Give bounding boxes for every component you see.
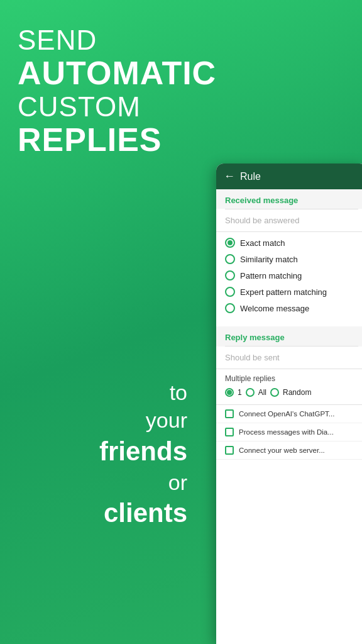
radio-circle-1 [225, 254, 235, 264]
mr-radio-circle-1[interactable] [246, 388, 255, 397]
radio-item-0[interactable]: Exact match [216, 235, 362, 251]
radio-circle-3 [225, 287, 235, 297]
hero-replies: REPLIES [18, 122, 200, 158]
reply-section-label: Reply message [216, 326, 362, 346]
radio-label-4: Welcome message [240, 304, 309, 313]
checkbox-label-1: Process messages with Dia... [239, 428, 334, 436]
checkbox-section: Connect OpenAI's ChatGPT...Process messa… [216, 404, 362, 460]
radio-label-1: Similarity match [240, 255, 298, 264]
checkbox-box-2 [225, 446, 234, 455]
checkbox-item-1[interactable]: Process messages with Dia... [216, 423, 362, 441]
app-container: SEND AUTOMATIC CUSTOM REPLIES to your fr… [0, 0, 362, 644]
hero-text: SEND AUTOMATIC CUSTOM REPLIES [18, 25, 200, 158]
radio-item-1[interactable]: Similarity match [216, 251, 362, 267]
checkbox-box-0 [225, 409, 234, 418]
radio-label-0: Exact match [240, 238, 285, 248]
mr-radio-label-0: 1 [238, 388, 242, 397]
checkbox-item-0[interactable]: Connect OpenAI's ChatGPT... [216, 405, 362, 423]
bottom-clients: clients [18, 496, 187, 531]
radio-item-4[interactable]: Welcome message [216, 300, 362, 316]
bottom-or: or [18, 469, 187, 496]
bottom-to: to your [18, 379, 187, 434]
mr-radio-circle-2[interactable] [270, 388, 279, 397]
mr-radio-label-2: Random [283, 388, 311, 397]
topbar-title: Rule [240, 171, 261, 182]
received-section-label: Received message [216, 189, 362, 209]
radio-item-3[interactable]: Expert pattern matching [216, 284, 362, 300]
checkbox-label-0: Connect OpenAI's ChatGPT... [239, 410, 334, 418]
radio-label-2: Pattern matching [240, 271, 302, 280]
back-button[interactable]: ← [224, 170, 235, 183]
reply-input[interactable]: Should be sent [216, 347, 362, 369]
mr-radio-circle-0[interactable] [225, 388, 234, 397]
multiple-replies-options: 1AllRandom [216, 386, 362, 402]
radio-item-2[interactable]: Pattern matching [216, 267, 362, 284]
checkbox-box-1 [225, 428, 234, 436]
radio-label-3: Expert pattern matching [240, 287, 327, 297]
radio-circle-2 [225, 270, 235, 280]
hero-send: SEND [18, 25, 200, 55]
checkbox-label-2: Connect your web server... [239, 447, 325, 454]
phone-mockup: ← Rule Received message Should be answer… [216, 164, 362, 644]
bottom-text: to your friends or clients [18, 379, 187, 531]
mr-radio-label-1: All [258, 388, 266, 397]
topbar: ← Rule [216, 164, 362, 189]
hero-automatic: AUTOMATIC [18, 55, 200, 91]
hero-custom: CUSTOM [18, 92, 200, 122]
radio-circle-0 [225, 238, 235, 248]
bottom-friends: friends [18, 435, 187, 469]
radio-group: Exact matchSimilarity matchPattern match… [216, 232, 362, 321]
received-input[interactable]: Should be answered [216, 209, 362, 232]
radio-circle-4 [225, 303, 235, 313]
multiple-replies-label: Multiple replies [216, 369, 362, 386]
reply-section: Reply message Should be sent [216, 326, 362, 369]
checkbox-item-2[interactable]: Connect your web server... [216, 441, 362, 460]
